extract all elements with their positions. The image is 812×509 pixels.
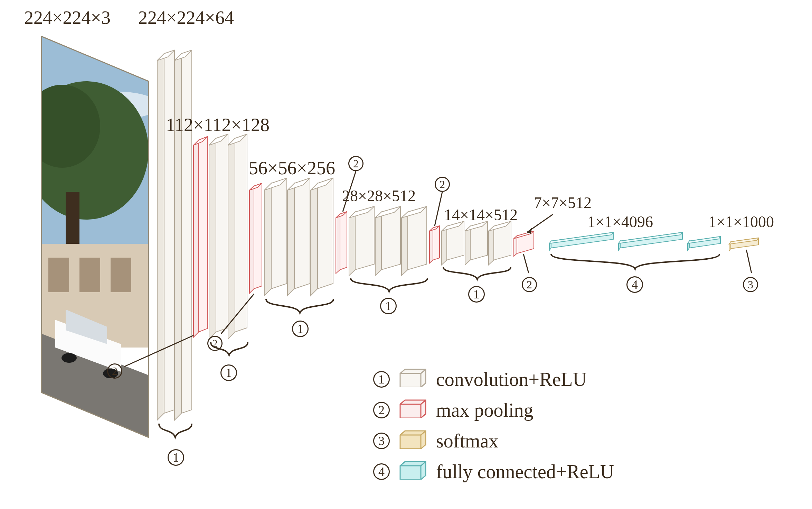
brace-stage4 xyxy=(349,277,430,296)
svg-marker-46 xyxy=(349,212,355,276)
svg-marker-35 xyxy=(271,178,287,289)
legend-label-pool: max pooling xyxy=(436,399,534,421)
svg-marker-19 xyxy=(174,54,181,420)
svg-marker-16 xyxy=(157,54,164,420)
legend-cube-pool xyxy=(397,397,428,423)
svg-marker-34 xyxy=(264,183,271,296)
ref-stage3-conv: 1 xyxy=(292,317,309,337)
svg-marker-17 xyxy=(164,50,174,413)
svg-marker-32 xyxy=(254,183,262,289)
svg-marker-49 xyxy=(375,212,381,276)
ref-stage1-conv: 1 xyxy=(168,446,184,466)
brace-stage3 xyxy=(264,297,337,318)
legend-label-conv: convolution+ReLU xyxy=(436,368,587,390)
svg-marker-64 xyxy=(489,226,494,265)
svg-marker-56 xyxy=(433,226,440,260)
ref-stage2-conv: 1 xyxy=(220,361,237,381)
label-stage4-dims: 28×28×512 xyxy=(342,187,416,205)
svg-marker-37 xyxy=(287,183,294,296)
svg-marker-41 xyxy=(318,178,333,289)
label-fc4096-dims: 1×1×4096 xyxy=(587,213,653,231)
legend-num-3: 3 xyxy=(373,433,390,449)
legend-row-softmax: 3 softmax xyxy=(373,428,614,453)
ref-pool4-top: 2 xyxy=(435,173,450,192)
brace-stage1 xyxy=(157,422,195,446)
ref-stage5-conv: 1 xyxy=(468,283,485,303)
svg-marker-38 xyxy=(294,178,310,289)
label-stage1-dims: 224×224×64 xyxy=(138,7,234,28)
label-pool5-dims: 7×7×512 xyxy=(534,194,592,212)
legend-row-conv: 1 convolution+ReLU xyxy=(373,367,614,392)
ref-pool3-top: 2 xyxy=(348,152,363,171)
svg-marker-67 xyxy=(514,236,517,256)
legend-row-fc: 4 fully connected+ReLU xyxy=(373,459,614,484)
svg-line-83 xyxy=(435,192,442,226)
ref-softmax: 3 xyxy=(743,273,758,292)
svg-line-88 xyxy=(523,254,529,273)
svg-marker-26 xyxy=(216,134,228,332)
svg-marker-28 xyxy=(228,138,235,339)
svg-marker-52 xyxy=(402,212,408,276)
ref-fc: 4 xyxy=(626,273,643,293)
svg-marker-29 xyxy=(235,134,247,332)
brace-fc xyxy=(549,252,722,273)
legend-cube-fc xyxy=(397,459,428,484)
svg-marker-61 xyxy=(465,226,470,265)
svg-marker-44 xyxy=(340,212,347,270)
svg-marker-58 xyxy=(442,226,447,265)
legend-label-softmax: softmax xyxy=(436,430,498,452)
legend-num-1: 1 xyxy=(373,371,390,388)
svg-marker-22 xyxy=(193,140,199,337)
ref-pool1-left: 2 xyxy=(107,360,122,379)
label-fc1000-dims: 1×1×1000 xyxy=(708,213,774,231)
legend-row-pool: 2 max pooling xyxy=(373,397,614,423)
label-stage3-dims: 56×56×256 xyxy=(249,157,335,179)
svg-marker-25 xyxy=(209,138,216,339)
svg-marker-31 xyxy=(249,186,254,293)
label-stage2-dims: 112×112×128 xyxy=(166,114,270,136)
legend-num-4: 4 xyxy=(373,463,390,480)
legend-label-fc: fully connected+ReLU xyxy=(436,461,614,483)
brace-stage5 xyxy=(442,266,514,284)
ref-pool5: 2 xyxy=(522,273,537,292)
svg-marker-55 xyxy=(429,228,433,263)
svg-marker-53 xyxy=(408,206,427,270)
legend-cube-softmax xyxy=(397,428,428,453)
svg-marker-23 xyxy=(199,137,207,332)
legend-num-2: 2 xyxy=(373,402,390,418)
svg-marker-20 xyxy=(181,50,192,413)
legend-cube-conv xyxy=(397,367,428,392)
svg-marker-40 xyxy=(311,183,318,296)
legend: 1 convolution+ReLU 2 max pooling 3 softm… xyxy=(373,367,614,490)
label-stage5-dims: 14×14×512 xyxy=(444,206,518,224)
svg-marker-47 xyxy=(355,206,374,270)
svg-marker-50 xyxy=(381,206,400,270)
diagram-stage: 224×224×3 224×224×64 112×112×128 56×56×2… xyxy=(0,0,812,509)
svg-line-89 xyxy=(746,250,752,273)
svg-marker-43 xyxy=(336,214,340,274)
ref-pool2-low: 2 xyxy=(207,332,223,351)
ref-stage4-conv: 1 xyxy=(380,295,397,314)
label-input-dims: 224×224×3 xyxy=(24,7,111,28)
